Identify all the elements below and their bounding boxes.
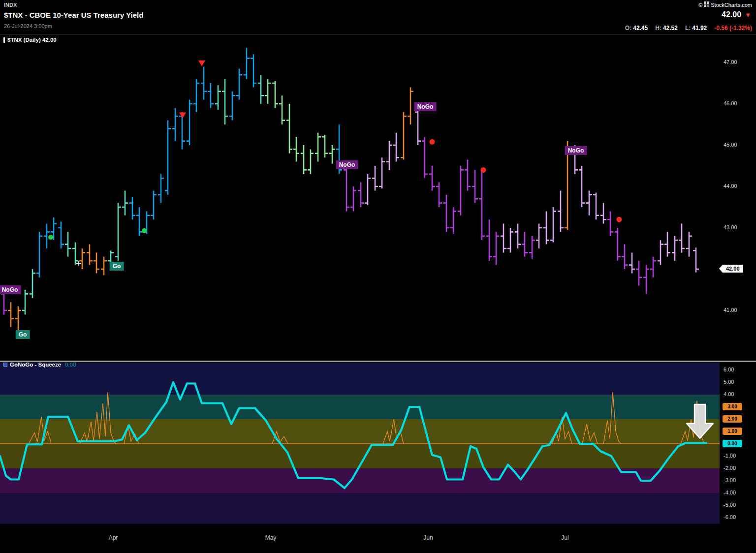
price-bar (658, 240, 663, 265)
price-bar (600, 203, 606, 224)
main-panel-label: $TNX (Daily) 42.00 (3, 37, 57, 43)
price-bar (593, 193, 599, 220)
nogo-dot-marker (430, 139, 435, 145)
price-bar (372, 166, 378, 190)
nogo-triangle-marker (179, 113, 186, 119)
price-bar (622, 245, 628, 269)
price-bar (215, 85, 221, 110)
low-value: L:41.92 (685, 25, 707, 31)
price-bar (229, 92, 235, 121)
price-bar (136, 207, 142, 236)
last-price-row: 42.00 ▼ (722, 10, 751, 19)
price-bar (94, 252, 99, 273)
panel-collapse-icon[interactable] (3, 37, 5, 43)
price-bar (443, 195, 449, 232)
ohlc-row: O:42.45 H:42.52 L:41.92 -0.56 (-1.32%) (625, 25, 752, 31)
price-bar (536, 224, 542, 248)
panel-separator (0, 361, 756, 362)
squeeze-panel-icon[interactable] (3, 363, 7, 367)
price-bar (187, 100, 192, 145)
price-bar (65, 232, 71, 256)
nogo-triangle-marker (198, 61, 205, 66)
price-bar (493, 232, 499, 265)
squeeze-panel-label: GoNoGo - Squeeze 0.00 (3, 362, 76, 368)
price-bar (258, 75, 264, 104)
price-bar (1, 286, 7, 315)
price-bar (586, 190, 592, 215)
price-bar (515, 224, 521, 248)
price-bar (87, 245, 93, 265)
price-bar (322, 135, 328, 157)
price-bar (344, 168, 349, 211)
price-bar (79, 248, 85, 269)
squeeze-panel-value: 0.00 (65, 362, 76, 368)
price-bar (436, 183, 442, 207)
price-bar (408, 87, 413, 124)
price-bar (450, 207, 456, 234)
price-bar (458, 166, 464, 215)
price-bar (22, 290, 28, 314)
price-bar (522, 232, 528, 256)
price-bar (679, 224, 685, 253)
price-bar (386, 141, 392, 170)
price-bar (629, 252, 635, 273)
go-dot-marker (142, 228, 147, 233)
price-bar (401, 112, 407, 160)
price-bar (479, 170, 485, 240)
price-bar (315, 133, 321, 162)
price-bar (507, 228, 513, 252)
copyright-text: StockCharts.com (711, 2, 752, 8)
price-bar (393, 133, 399, 162)
price-bar (636, 261, 642, 285)
price-bar (165, 121, 171, 195)
price-bar (122, 190, 128, 215)
squeeze-band (0, 419, 720, 444)
price-bar (293, 137, 299, 161)
high-value: H:42.52 (655, 25, 678, 31)
chart-window: INDX $TNX - CBOE 10-Year US Treasury Yie… (0, 0, 756, 553)
price-bar (650, 257, 656, 277)
stockcharts-copyright-link[interactable]: © StockCharts.com (698, 1, 752, 8)
main-panel-label-text: $TNX (Daily) 42.00 (7, 37, 57, 43)
price-bar (251, 54, 256, 87)
price-bar (543, 211, 549, 244)
price-bar (115, 203, 121, 261)
price-bar (36, 232, 42, 277)
price-bar (358, 183, 364, 207)
price-bar (308, 149, 314, 174)
price-bar (265, 79, 271, 104)
price-bar (664, 232, 670, 256)
stockcharts-logo-icon (704, 1, 709, 8)
last-price: 42.00 (722, 10, 741, 19)
price-bar (72, 242, 78, 265)
price-bar (529, 236, 535, 259)
price-bar (550, 207, 556, 242)
price-bar (151, 190, 157, 219)
price-bar (615, 228, 621, 261)
price-bar (365, 174, 371, 205)
price-bar (279, 95, 285, 124)
squeeze-band (0, 468, 720, 493)
price-bar (565, 141, 570, 230)
price-bar (30, 269, 35, 298)
price-bar (379, 157, 385, 188)
price-bar (336, 124, 342, 174)
go-dot-marker (110, 264, 115, 269)
chart-canvas (0, 0, 756, 553)
price-bar (693, 247, 699, 272)
price-bar (101, 257, 107, 276)
change-value: -0.56 (-1.32%) (714, 25, 752, 31)
price-bar (208, 83, 214, 108)
nogo-dot-marker (617, 217, 622, 222)
price-bar (286, 104, 292, 154)
price-bar (8, 302, 14, 327)
price-bar (486, 219, 492, 261)
price-bar (158, 174, 164, 203)
plus-marker (76, 261, 81, 266)
price-bar (172, 108, 178, 141)
nogo-dot-marker (481, 167, 486, 173)
chart-title: $TNX - CBOE 10-Year US Treasury Yield (4, 11, 143, 19)
down-triangle-icon: ▼ (745, 11, 751, 19)
price-bar (558, 190, 564, 232)
price-bar (236, 69, 242, 100)
